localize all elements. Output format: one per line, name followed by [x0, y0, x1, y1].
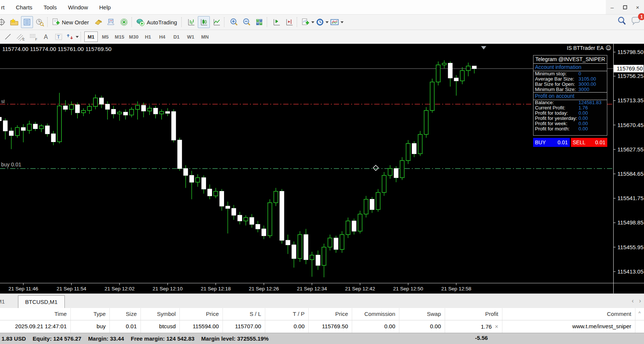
menu-charts[interactable]: Charts — [10, 4, 38, 10]
close-position-icon[interactable]: × — [495, 324, 498, 330]
new-order-button[interactable]: New Order — [51, 16, 92, 28]
strategy-tester-button[interactable] — [34, 16, 46, 28]
notifications-button[interactable]: 1 — [631, 16, 642, 26]
chart-tab-btcusd-m1[interactable]: BTCUSD,M1 — [18, 295, 65, 308]
column-header-profit[interactable]: Profit — [445, 308, 502, 320]
text-label-button[interactable]: T — [53, 31, 65, 43]
timeframe-m5[interactable]: M5 — [99, 31, 112, 42]
tab-scroll-right[interactable]: › — [639, 298, 641, 304]
svg-text:115798.50: 115798.50 — [617, 49, 644, 55]
notification-badge: 1 — [638, 13, 644, 20]
tile-windows-button[interactable] — [253, 16, 265, 28]
cell-size: 0.01 — [110, 320, 141, 333]
column-header-symbol[interactable]: Symbol — [141, 308, 180, 320]
profiles-button[interactable] — [8, 16, 20, 28]
column-header-comment[interactable]: Comment — [502, 308, 635, 320]
column-header-sl[interactable]: S / L — [223, 308, 265, 320]
chevron-down-icon — [311, 21, 314, 23]
chevron-down-icon — [326, 21, 329, 23]
svg-text:21 Sep 12:10: 21 Sep 12:10 — [152, 286, 182, 292]
auto-scroll-button[interactable] — [283, 16, 295, 28]
zoom-out-button[interactable] — [241, 16, 253, 28]
zoom-in-button[interactable] — [228, 16, 240, 28]
svg-text:21 Sep 12:42: 21 Sep 12:42 — [345, 286, 375, 292]
svg-text:F: F — [35, 37, 37, 41]
charts-cloud-button[interactable] — [105, 16, 117, 28]
scroll-up-icon[interactable]: ^ — [636, 310, 643, 316]
menu-rt[interactable]: rt — [0, 4, 10, 10]
tile-windows-icon — [255, 18, 263, 26]
restore-button[interactable] — [619, 1, 631, 13]
column-header-time[interactable]: Time — [0, 308, 71, 320]
crosshair-icon — [0, 18, 6, 26]
separator — [181, 17, 184, 27]
periods-clock-icon — [316, 18, 324, 26]
timeframe-d1[interactable]: D1 — [170, 31, 183, 42]
svg-text:21 Sep 12:26: 21 Sep 12:26 — [249, 286, 279, 292]
crosshair-button[interactable] — [0, 16, 7, 28]
tab-scroll-left[interactable]: ‹ — [632, 298, 634, 304]
text-button[interactable]: A — [40, 31, 52, 43]
equidistant-channel-button[interactable]: E — [15, 31, 27, 43]
arrows-button[interactable] — [66, 31, 79, 43]
separator — [47, 17, 49, 27]
timeframe-m30[interactable]: M30 — [127, 31, 140, 42]
timeframe-m15[interactable]: M15 — [113, 31, 126, 42]
close-button[interactable]: × — [631, 1, 644, 13]
trendline-icon — [4, 33, 12, 41]
zoom-out-icon — [242, 18, 251, 26]
menu-tools[interactable]: Tools — [38, 4, 62, 10]
panel-row: Current Profit:1.76 — [533, 105, 607, 111]
fibonacci-button[interactable]: F — [27, 31, 39, 43]
broadcast-button[interactable] — [118, 16, 130, 28]
svg-text:21 Sep 12:18: 21 Sep 12:18 — [201, 286, 231, 292]
buy-button[interactable]: BUY 0.01 — [533, 138, 570, 147]
search-icon — [617, 16, 627, 26]
svg-text:115498.85: 115498.85 — [617, 219, 644, 226]
column-header-size[interactable]: Size — [110, 308, 141, 320]
svg-text:T: T — [57, 34, 60, 40]
indicators-button[interactable] — [300, 16, 315, 28]
column-header-type[interactable]: Type — [71, 308, 110, 320]
table-scrollbar[interactable]: ^ v — [636, 308, 643, 333]
column-header-price[interactable]: Price — [180, 308, 223, 320]
trendline-button[interactable] — [2, 31, 14, 43]
history-center-button[interactable] — [93, 16, 105, 28]
candle-chart-button[interactable] — [198, 16, 210, 28]
column-header-commission[interactable]: Commission — [352, 308, 399, 320]
timeframe-h4[interactable]: H4 — [155, 31, 169, 42]
status-segment: Margin level: 372555.19% — [201, 335, 269, 342]
autotrading-label: AutoTrading — [145, 19, 179, 25]
search-button[interactable] — [617, 16, 627, 26]
chart-shift-button[interactable] — [270, 16, 282, 28]
column-header-price[interactable]: Price — [309, 308, 352, 320]
timeframe-h1[interactable]: H1 — [141, 31, 155, 42]
chart-tab-m1[interactable]: M1 — [0, 295, 7, 308]
status-segment: Equity: 124 576.27 — [33, 335, 81, 342]
chart-tab-bar: M1BTCUSD,M1 ‹ › — [0, 293, 644, 308]
market-watch-button[interactable] — [21, 16, 33, 28]
menu-help[interactable]: Help — [94, 4, 117, 10]
bar-chart-button[interactable] — [185, 16, 197, 28]
svg-text:115769.50: 115769.50 — [617, 65, 643, 72]
timeframe-mn[interactable]: MN — [198, 31, 212, 42]
panel-row: Average Bar Size:3105.00 — [533, 76, 607, 82]
timeframe-w1[interactable]: W1 — [184, 31, 197, 42]
chart-canvas[interactable]: 115798.50115756.25115713.35115670.451156… — [0, 44, 644, 293]
autotrading-button[interactable]: AutoTrading — [135, 16, 180, 28]
bar-chart-icon — [187, 18, 195, 26]
line-chart-button[interactable] — [211, 16, 223, 28]
svg-text:115627.55: 115627.55 — [617, 146, 644, 153]
periods-button[interactable] — [315, 16, 329, 28]
templates-button[interactable] — [330, 16, 344, 28]
svg-text:21 Sep 12:34: 21 Sep 12:34 — [297, 286, 327, 292]
column-header-tp[interactable]: T / P — [265, 308, 309, 320]
minimize-button[interactable]: – — [606, 1, 619, 13]
cell-comment: www.t.me/invest_sniper — [502, 320, 635, 333]
cell-sl: 115707.00 — [223, 320, 265, 333]
column-header-swap[interactable]: Swap — [399, 308, 445, 320]
menu-window[interactable]: Window — [62, 4, 93, 10]
panel-row: Minimum Bar Size:3000 — [533, 87, 607, 92]
sell-button[interactable]: SELL 0.01 — [571, 138, 608, 147]
timeframe-m1[interactable]: M1 — [84, 31, 98, 42]
